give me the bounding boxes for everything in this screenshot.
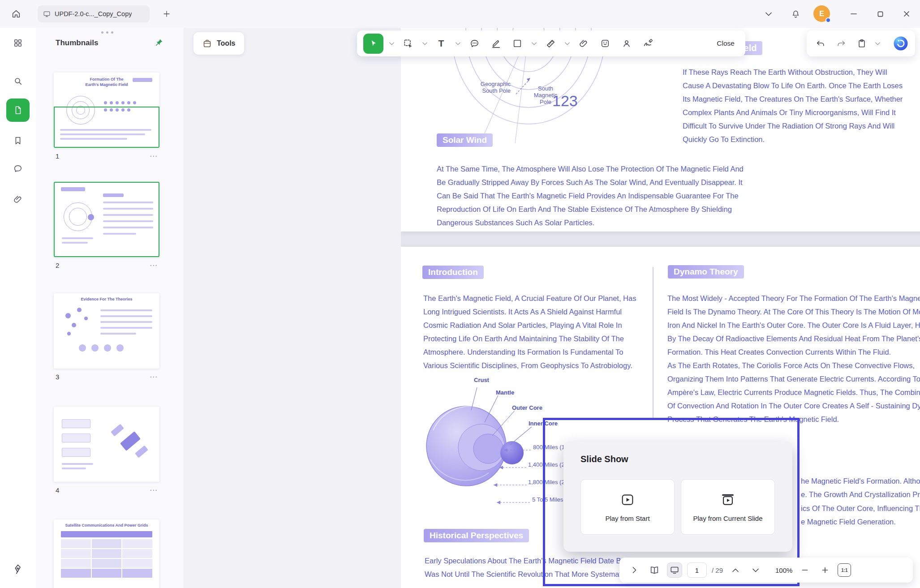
zoom-level-label[interactable]: 100%: [775, 567, 792, 574]
edit-object-button[interactable]: [400, 35, 417, 52]
home-button[interactable]: [7, 5, 25, 23]
dynamo-paragraph-2: As The Earth Rotates, The Coriolis Force…: [667, 359, 920, 426]
bookmark-icon: [13, 136, 23, 146]
ai-assistant-button[interactable]: [892, 34, 910, 52]
thumbnail-preview[interactable]: [54, 407, 159, 482]
edit-object-dropdown-chevron[interactable]: [421, 35, 428, 52]
bookmarks-button[interactable]: [5, 128, 30, 153]
redo-button[interactable]: [833, 35, 850, 52]
play-from-current-slide-button[interactable]: Play from Current Slide: [681, 479, 775, 535]
close-toolbar-button[interactable]: Close: [712, 36, 739, 51]
signature-tool-button[interactable]: [5, 557, 30, 582]
zoom-in-button[interactable]: [817, 562, 833, 578]
select-tool-button[interactable]: [363, 34, 383, 54]
close-icon: [903, 10, 910, 17]
search-button[interactable]: [5, 69, 30, 94]
thumbnail-page-number: 1: [56, 152, 59, 160]
decor-line: [100, 333, 136, 335]
thumbnail-more-button[interactable]: ⋯: [150, 261, 158, 270]
grid-icon: [13, 38, 23, 48]
thumbnail-preview[interactable]: Satellite Communications And Power Grids: [54, 519, 159, 588]
comments-button[interactable]: [5, 156, 30, 181]
introduction-paragraph: The Earth's Magnetic Field, A Crucial Fe…: [423, 292, 646, 372]
text-tool-button[interactable]: T: [433, 35, 450, 52]
thumbnail-page-4[interactable]: 4 ⋯: [54, 407, 159, 495]
text-annotation-123[interactable]: 123: [552, 92, 578, 110]
play-from-current-slide-label: Play from Current Slide: [693, 515, 762, 522]
pin-panel-button[interactable]: [151, 35, 167, 50]
thumbnail-more-button[interactable]: ⋯: [150, 151, 158, 161]
person-stamp-icon: [622, 39, 632, 48]
select-tool-dropdown-chevron[interactable]: [388, 35, 395, 52]
maximize-icon: [877, 11, 884, 17]
text-tool-dropdown-chevron[interactable]: [454, 35, 461, 52]
undo-button[interactable]: [812, 35, 829, 52]
updf-app-window: Geographic South Pole South Magnetic Pol…: [0, 0, 920, 588]
tools-icon: [202, 39, 212, 48]
decor-table: [61, 539, 152, 578]
reading-view-button[interactable]: [647, 562, 662, 578]
measure-tool-button[interactable]: [542, 35, 559, 52]
column-divider: [653, 267, 653, 418]
thumbnail-page-2[interactable]: 2 ⋯: [54, 182, 159, 270]
actual-size-button[interactable]: 1:1: [838, 563, 851, 577]
stamp-button[interactable]: [618, 35, 635, 52]
chevron-down-icon: [765, 12, 772, 16]
historical-perspectives-label: Historical Perspectives: [424, 529, 529, 542]
minimize-button[interactable]: [845, 5, 863, 23]
thumbnail-page-1[interactable]: Formation Of The Earth's Magnetic Field …: [54, 73, 159, 161]
thumbnail-preview[interactable]: Evidence For The Theories: [54, 293, 159, 369]
close-window-button[interactable]: [898, 5, 916, 23]
thumbnail-more-button[interactable]: ⋯: [150, 372, 158, 382]
thumbnail-preview[interactable]: Formation Of The Earth's Magnetic Field: [54, 73, 159, 148]
comment-tool-button[interactable]: [466, 35, 483, 52]
thumbnails-panel-title: Thumbnails: [56, 39, 98, 47]
document-tab[interactable]: UPDF-2.0-c..._Copy_Copy: [38, 5, 150, 22]
decor-circle: [84, 317, 88, 320]
monitor-icon: [43, 10, 51, 18]
previous-page-button[interactable]: [728, 562, 743, 578]
new-tab-button[interactable]: [158, 5, 176, 23]
square-shape-icon: [512, 39, 522, 48]
chevron-up-icon: [732, 568, 739, 572]
page1-paragraph-2: At The Same Time, The Atmosphere Will Al…: [437, 162, 750, 229]
expand-panel-button[interactable]: [627, 562, 642, 578]
clipboard-button[interactable]: [853, 35, 870, 52]
play-from-start-button[interactable]: Play from Start: [580, 479, 675, 535]
signature-button[interactable]: [640, 35, 657, 52]
visible-region-indicator: [54, 107, 159, 148]
tools-button[interactable]: Tools: [193, 32, 244, 55]
pen-nib-icon: [13, 564, 23, 575]
slideshow-view-button[interactable]: [667, 562, 682, 578]
user-avatar[interactable]: E: [813, 5, 830, 22]
clipboard-dropdown-chevron[interactable]: [874, 35, 881, 52]
bell-icon: [791, 9, 800, 19]
attach-file-button[interactable]: [575, 35, 592, 52]
pin-icon: [155, 38, 163, 47]
attachments-button[interactable]: [5, 187, 30, 212]
next-page-button[interactable]: [748, 562, 763, 578]
pdf-page-1[interactable]: Geographic South Pole South Magnetic Pol…: [401, 28, 920, 232]
editing-toolbar: T Close: [357, 30, 745, 56]
shapes-tool-button[interactable]: [509, 35, 526, 52]
notifications-button[interactable]: [787, 5, 804, 23]
titlebar-dropdown-button[interactable]: [760, 5, 778, 23]
zoom-out-button[interactable]: [797, 562, 813, 578]
panel-drag-handle[interactable]: [101, 31, 113, 34]
apps-grid-button[interactable]: [5, 30, 30, 56]
thumbnail-more-button[interactable]: ⋯: [150, 485, 158, 495]
highlighter-tool-button[interactable]: [487, 35, 504, 52]
maximize-button[interactable]: [871, 5, 889, 23]
sticker-button[interactable]: [597, 35, 614, 52]
shapes-dropdown-chevron[interactable]: [530, 35, 537, 52]
measure-dropdown-chevron[interactable]: [563, 35, 571, 52]
decor-circle: [91, 344, 99, 352]
page-number-input[interactable]: [687, 562, 707, 578]
thumbnail-page-5[interactable]: Satellite Communications And Power Grids…: [54, 519, 159, 588]
thumbnails-panel: Thumbnails Formation Of The Earth's Magn…: [36, 28, 184, 588]
decor-circle: [67, 332, 71, 335]
thumbnail-page-3[interactable]: Evidence For The Theories 3 ⋯: [54, 293, 159, 382]
outer-core-label: Outer Core: [512, 404, 542, 411]
thumbnail-preview[interactable]: [54, 182, 159, 257]
thumbnails-panel-button[interactable]: [6, 99, 30, 122]
